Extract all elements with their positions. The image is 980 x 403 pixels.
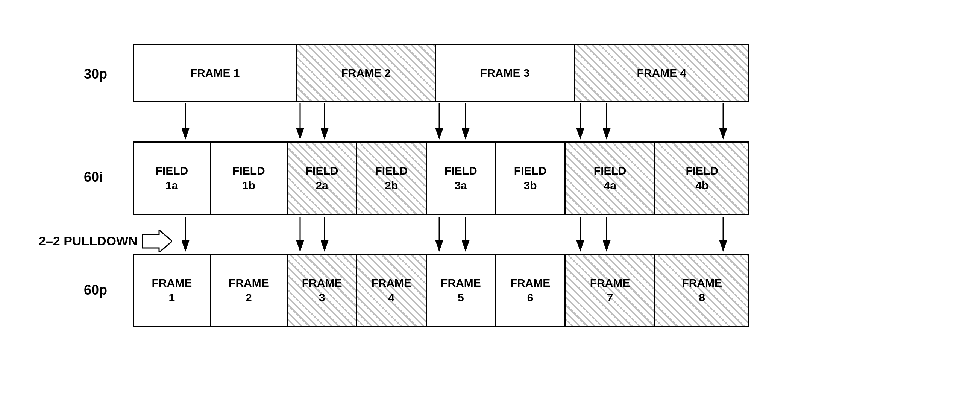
field-2b: FIELD2b <box>357 143 427 214</box>
60p-frame-8: FRAME8 <box>655 255 748 326</box>
field-2a-label: FIELD2a <box>306 163 339 193</box>
label-30p: 30p <box>84 66 107 82</box>
frame-1: FRAME 1 <box>134 45 297 101</box>
60p-frame-1: FRAME1 <box>134 255 211 326</box>
60p-frame-7-label: FRAME7 <box>590 276 630 305</box>
diagram: 30p FRAME 1 FRAME 2 FRAME 3 FRAME 4 60i … <box>39 21 941 382</box>
frame-2-hatched: FRAME 2 <box>297 45 436 101</box>
frame-4-hatched: FRAME 4 <box>575 45 748 101</box>
row-30p: FRAME 1 FRAME 2 FRAME 3 FRAME 4 <box>133 44 749 102</box>
field-4a: FIELD4a <box>566 143 656 214</box>
frame-2-label: FRAME 2 <box>342 65 391 80</box>
label-60i: 60i <box>84 169 103 185</box>
60p-frame-1-label: FRAME1 <box>151 276 192 305</box>
field-3b: FIELD3b <box>496 143 566 214</box>
60p-frame-4-label: FRAME4 <box>371 276 411 305</box>
60p-frame-6: FRAME6 <box>496 255 566 326</box>
frame-3-label: FRAME 3 <box>480 65 530 80</box>
field-1b-label: FIELD1b <box>232 163 265 193</box>
field-2a: FIELD2a <box>288 143 357 214</box>
frame-1-label: FRAME 1 <box>190 65 240 80</box>
frame-3: FRAME 3 <box>436 45 575 101</box>
svg-marker-17 <box>142 230 172 252</box>
field-1b: FIELD1b <box>211 143 288 214</box>
pulldown-arrow-icon <box>142 230 172 252</box>
field-4b-label: FIELD4b <box>686 163 718 193</box>
row-60i: FIELD1a FIELD1b FIELD2a FIELD2b FIELD3a … <box>133 142 749 215</box>
field-3a: FIELD3a <box>427 143 496 214</box>
60p-frame-2: FRAME2 <box>211 255 288 326</box>
60p-frame-8-label: FRAME8 <box>682 276 722 305</box>
field-4b: FIELD4b <box>655 143 748 214</box>
60p-frame-3-label: FRAME3 <box>302 276 342 305</box>
60p-frame-3: FRAME3 <box>288 255 357 326</box>
row-60p: FRAME1 FRAME2 FRAME3 FRAME4 FRAME5 FRAME… <box>133 253 749 327</box>
field-2b-label: FIELD2b <box>375 163 408 193</box>
field-1a: FIELD1a <box>134 143 211 214</box>
field-1a-label: FIELD1a <box>155 163 188 193</box>
pulldown-label: 2–2 PULLDOWN <box>39 230 172 252</box>
60p-frame-6-label: FRAME6 <box>510 276 550 305</box>
label-60p: 60p <box>84 282 107 298</box>
pulldown-text: 2–2 PULLDOWN <box>39 234 138 248</box>
field-3a-label: FIELD3a <box>444 163 477 193</box>
frame-4-label: FRAME 4 <box>637 65 687 80</box>
60p-frame-7: FRAME7 <box>566 255 656 326</box>
60p-frame-5-label: FRAME5 <box>441 276 481 305</box>
60p-frame-4: FRAME4 <box>357 255 427 326</box>
field-4a-label: FIELD4a <box>594 163 627 193</box>
60p-frame-5: FRAME5 <box>427 255 496 326</box>
field-3b-label: FIELD3b <box>514 163 547 193</box>
60p-frame-2-label: FRAME2 <box>229 276 269 305</box>
